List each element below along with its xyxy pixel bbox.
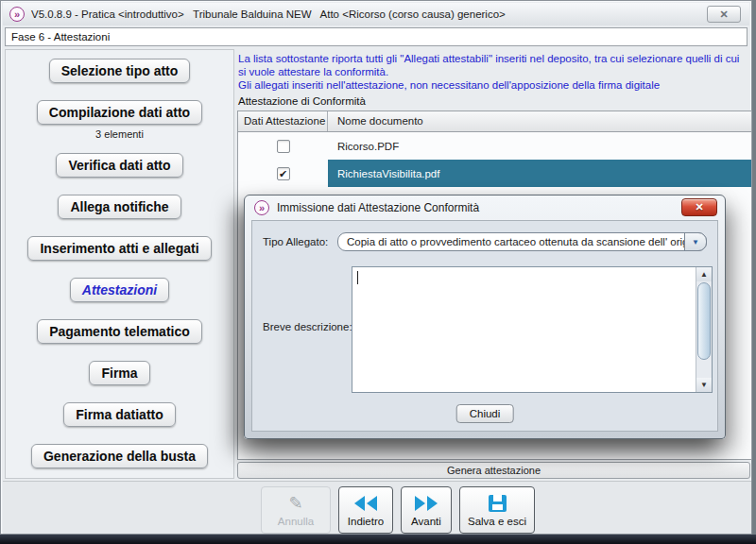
double-left-arrow-icon (354, 494, 377, 513)
window-close-button[interactable]: ✕ (707, 6, 741, 23)
instructions-line-2: Gli allegati inseriti nell'attestazione,… (238, 78, 748, 92)
sidebar-item-inserimento-atti[interactable]: Inserimento atti e allegati (27, 236, 211, 261)
table-row[interactable]: Ricorso.PDF (238, 132, 751, 160)
instructions-text: La lista sottostante riporta tutti gli "… (238, 52, 748, 92)
floppy-disk-icon (489, 494, 507, 513)
avanti-button[interactable]: Avanti (401, 486, 452, 534)
phase-bar: Fase 6 - Attestazioni (5, 27, 747, 46)
breve-descrizione-label: Breve descrizione: (263, 321, 352, 332)
wizard-sidebar: Selezione tipo atto Compilazione dati at… (5, 49, 234, 479)
scroll-up-icon[interactable]: ▲ (696, 267, 712, 281)
column-header-nome-documento[interactable]: Nome documento (328, 111, 751, 131)
sidebar-item-selezione-tipo-atto[interactable]: Selezione tipo atto (49, 59, 191, 83)
document-name-cell[interactable]: RichiestaVisibilita.pdf (328, 160, 751, 187)
dialog-title-bar: » Immissione dati Attestazione Conformit… (245, 196, 725, 220)
dialog-body: Tipo Allegato: Copia di atto o provvedim… (251, 220, 718, 432)
attestation-checkbox-cell: ✔ (238, 160, 328, 187)
dialog-close-button[interactable]: ✕ (681, 198, 717, 216)
text-caret (357, 271, 358, 284)
annulla-label: Annulla (278, 516, 314, 527)
indietro-button[interactable]: Indietro (338, 486, 393, 534)
title-bar: » V5.0.8.9 - Pratica <introduttivo> Trib… (3, 3, 749, 26)
pencil-icon: ✎ (288, 494, 302, 513)
attestation-checkbox-cell (238, 132, 328, 160)
breve-descrizione-textarea[interactable]: ▲ ▼ (352, 266, 713, 393)
column-header-dati-attestazione[interactable]: Dati Attestazione (238, 111, 328, 131)
window-title: V5.0.8.9 - Pratica <introduttivo> Tribun… (31, 8, 506, 20)
tipo-allegato-label: Tipo Allegato: (263, 236, 328, 247)
scroll-down-icon[interactable]: ▼ (696, 378, 712, 392)
section-label: Attestazione di Conformità (238, 95, 366, 107)
table-header: Dati Attestazione Nome documento (238, 111, 751, 132)
sidebar-item-pagamento-telematico[interactable]: Pagamento telematico (37, 319, 202, 344)
window-edge (752, 0, 756, 544)
double-right-arrow-icon (415, 494, 438, 513)
genera-attestazione-button[interactable]: Genera attestazione (237, 462, 750, 479)
sidebar-item-verifica-dati-atto[interactable]: Verifica dati atto (56, 153, 182, 178)
sidebar-item-generazione-busta[interactable]: Generazione della busta (31, 444, 208, 468)
textarea-scrollbar[interactable]: ▲ ▼ (696, 267, 712, 392)
sidebar-item-allega-notifiche[interactable]: Allega notifiche (58, 195, 180, 219)
avanti-label: Avanti (411, 516, 441, 527)
instructions-line-1: La lista sottostante riporta tutti gli "… (238, 52, 748, 78)
salva-e-esci-button[interactable]: Salva e esci (459, 486, 535, 534)
dropdown-arrow-icon[interactable]: ▼ (684, 232, 707, 251)
annulla-button: ✎ Annulla (261, 486, 331, 534)
app-logo-icon: » (9, 7, 25, 22)
dialog-title: Immissione dati Attestazione Conformità (277, 201, 479, 214)
app-logo-icon: » (254, 200, 269, 215)
document-name-cell[interactable]: Ricorso.PDF (328, 132, 751, 160)
elements-count-note: 3 elementi (95, 128, 144, 140)
screen: » V5.0.8.9 - Pratica <introduttivo> Trib… (0, 0, 756, 544)
attestazione-dialog: » Immissione dati Attestazione Conformit… (244, 195, 726, 439)
bottom-toolbar: ✎ Annulla Indietro Avanti Salva e esci (3, 481, 751, 534)
sidebar-item-compilazione-dati-atto[interactable]: Compilazione dati atto (37, 100, 202, 125)
tipo-allegato-select[interactable]: Copia di atto o provvedimento cartaceo o… (337, 232, 707, 251)
chiudi-button[interactable]: Chiudi (456, 404, 514, 423)
table-row-selected[interactable]: ✔ RichiestaVisibilita.pdf (238, 160, 751, 187)
sidebar-item-firma[interactable]: Firma (89, 361, 149, 385)
background-strip (0, 535, 756, 544)
sidebar-item-attestazioni-active[interactable]: Attestazioni (70, 278, 169, 302)
scrollbar-thumb[interactable] (697, 282, 711, 360)
attestation-checkbox[interactable] (277, 140, 290, 153)
indietro-label: Indietro (348, 516, 384, 527)
sidebar-item-firma-datiatto[interactable]: Firma datiatto (63, 402, 176, 427)
salva-label: Salva e esci (468, 516, 526, 527)
attestation-checkbox-checked[interactable]: ✔ (277, 167, 290, 180)
